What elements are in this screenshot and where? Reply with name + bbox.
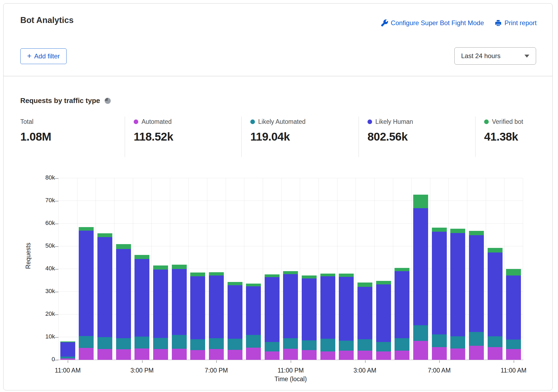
stat-likely-human[interactable]: Likely Human 802.56k — [359, 117, 475, 157]
bar-segment-likely-automated — [339, 341, 354, 351]
add-filter-button[interactable]: + Add filter — [20, 48, 67, 64]
stat-likely-automated-value: 119.04k — [250, 130, 359, 143]
plot-area — [58, 178, 523, 360]
bar-segment-verified-bot — [413, 195, 428, 208]
bar-segment-verified-bot — [153, 265, 168, 269]
bar-segment-verified-bot — [116, 244, 131, 249]
bar-segment-likely-human — [320, 276, 335, 339]
automated-legend-dot — [134, 119, 138, 124]
bar-segment-likely-human — [339, 277, 354, 341]
printer-icon — [495, 19, 502, 26]
bar-slot — [133, 178, 152, 360]
bar-segment-likely-human — [469, 235, 484, 332]
stacked-bar — [265, 274, 280, 360]
section-title-row: Requests by traffic type — [20, 97, 111, 105]
time-range-dropdown[interactable]: Last 24 hours — [454, 47, 536, 65]
bar-segment-likely-automated — [320, 339, 335, 351]
y-tick-mark — [55, 246, 58, 247]
bar-segment-automated — [469, 346, 484, 360]
header-actions: Configure Super Bot Fight Mode Print rep… — [381, 19, 537, 27]
print-report-link[interactable]: Print report — [495, 19, 537, 27]
bar-segment-likely-automated — [246, 335, 261, 348]
stacked-bar — [153, 265, 168, 360]
bar-segment-automated — [153, 349, 168, 360]
bar-segment-automated — [506, 349, 521, 360]
stacked-bar — [172, 265, 187, 360]
stacked-bar — [134, 255, 149, 360]
stat-total-label: Total — [20, 118, 34, 125]
stacked-bar — [488, 248, 503, 360]
bar-segment-likely-automated — [469, 332, 484, 346]
verified-bot-legend-dot — [484, 119, 489, 124]
bar-segment-likely-human — [172, 269, 187, 335]
stat-likely-human-label: Likely Human — [375, 118, 413, 125]
stacked-bar — [97, 233, 112, 360]
configure-link-label: Configure Super Bot Fight Mode — [391, 19, 484, 27]
y-tick-mark — [55, 178, 58, 179]
bar-segment-likely-automated — [376, 342, 391, 351]
bar-segment-likely-automated — [60, 357, 75, 358]
bar-segment-verified-bot — [283, 271, 298, 274]
stat-automated-value: 118.52k — [134, 130, 241, 143]
stacked-bar — [469, 231, 484, 360]
bar-segment-likely-human — [265, 277, 280, 342]
bar-segment-likely-human — [60, 342, 75, 357]
bar-slot — [77, 178, 96, 360]
bar-slot — [467, 178, 486, 360]
bar-segment-likely-automated — [265, 342, 280, 351]
bar-segment-automated — [302, 350, 317, 360]
bar-slot — [263, 178, 281, 360]
bar-segment-verified-bot — [209, 272, 224, 276]
bar-segment-likely-human — [488, 253, 503, 336]
y-tick-label: 80k — [45, 174, 55, 181]
bar-segment-likely-automated — [506, 340, 521, 349]
bar-segment-automated — [228, 350, 242, 360]
y-tick-mark — [55, 269, 58, 270]
bar-slot — [96, 178, 114, 360]
y-tick-label: 20k — [45, 310, 55, 317]
bar-segment-likely-automated — [172, 335, 187, 348]
bar-segment-automated — [450, 348, 465, 360]
time-range-value: Last 24 hours — [461, 52, 500, 60]
bar-segment-likely-automated — [413, 325, 428, 341]
bar-segment-likely-human — [283, 274, 298, 338]
x-tick-mark — [142, 360, 143, 363]
bar-segment-automated — [134, 348, 149, 360]
bar-segment-automated — [246, 348, 261, 360]
bar-segment-likely-human — [153, 270, 168, 338]
traffic-type-stats: Total 1.08M Automated 118.52k Likely Aut… — [20, 117, 537, 157]
x-tick-mark — [291, 360, 291, 363]
bar-slot — [411, 178, 430, 360]
bar-segment-verified-bot — [395, 268, 409, 271]
stat-automated[interactable]: Automated 118.52k — [125, 117, 241, 157]
stacked-bar — [283, 271, 298, 360]
bar-slot — [448, 178, 467, 360]
bar-slot — [337, 178, 356, 360]
y-tick-mark — [55, 314, 58, 315]
stacked-bar — [320, 274, 335, 360]
bar-segment-automated — [432, 347, 447, 360]
bar-segment-verified-bot — [339, 274, 354, 277]
stat-likely-automated[interactable]: Likely Automated 119.04k — [241, 117, 359, 157]
bar-segment-likely-human — [246, 286, 261, 335]
bar-slot — [207, 178, 226, 360]
bar-segment-likely-human — [432, 232, 447, 334]
bar-segment-likely-automated — [116, 338, 131, 349]
likely-human-legend-dot — [367, 119, 372, 124]
stacked-bar — [450, 229, 465, 360]
bar-slot — [504, 178, 523, 360]
requests-by-traffic-type-chart: Requests 010k20k30k40k50k60k70k80k Time … — [4, 162, 552, 384]
y-tick-label: 70k — [45, 197, 55, 204]
bar-segment-likely-human — [134, 259, 149, 337]
bar-slot — [356, 178, 374, 360]
bar-segment-likely-human — [413, 208, 428, 325]
x-tick-mark — [365, 360, 366, 363]
pie-chart-icon — [104, 98, 111, 104]
stat-verified-bot[interactable]: Verified bot 41.38k — [475, 117, 523, 157]
section-title: Requests by traffic type — [20, 97, 100, 105]
configure-super-bot-fight-mode-link[interactable]: Configure Super Bot Fight Mode — [381, 19, 484, 27]
bar-segment-likely-automated — [97, 337, 112, 349]
bar-segment-likely-human — [97, 237, 112, 337]
bar-segment-likely-automated — [432, 334, 447, 347]
bar-segment-likely-automated — [283, 338, 298, 349]
